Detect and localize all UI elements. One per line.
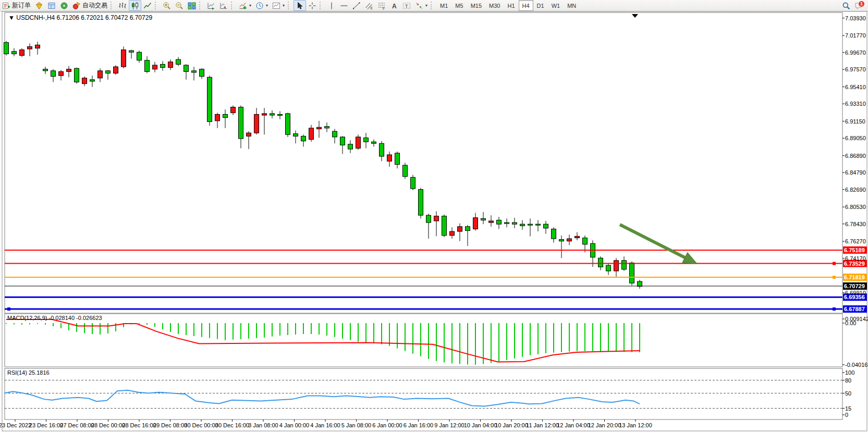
candle-body [239,107,243,139]
candle-body [380,143,384,156]
macd-pane[interactable] [5,314,842,367]
candle-body [544,224,548,228]
time-axis-label: 29 Dec 08:00 [153,422,187,428]
candle-body [630,263,634,283]
candle-body [317,127,322,129]
time-axis-label: 23 Dec 16:00 [29,422,63,428]
candle-body [536,224,541,225]
candle-body [598,258,603,267]
candle-body [606,265,611,271]
price-axis-label: 6.80530 [845,204,866,210]
rsi-axis-label: 80 [845,377,851,384]
time-axis-label: 6 Jan 00:00 [372,422,402,428]
candle-body [121,50,126,67]
candle-body [168,62,173,68]
candle-body [466,227,470,231]
price-axis-label: 6.97570 [845,66,866,72]
candle-body [575,236,580,238]
time-axis-label: 30 Dec 00:00 [184,422,218,428]
candle-body [270,114,275,115]
candle-body [231,107,236,113]
candle-body [184,65,189,71]
price-axis-label: 7.01770 [845,32,866,39]
macd-axis-label: 0.00 [845,320,856,326]
candle-body [114,67,118,73]
macd-label: MACD(12,26,9) -0.028140 -0.026623 [7,315,102,321]
candle-body [450,231,455,236]
price-badge-label: 6.75189 [844,247,865,253]
candle-body [262,114,267,115]
price-axis-label: 6.89050 [845,135,866,141]
candle-body [247,133,251,136]
candle-body [200,69,204,77]
line-handle[interactable] [7,307,10,311]
time-axis-label: 12 Jan 04:00 [557,422,590,428]
line-handle[interactable] [833,276,836,279]
candle-body [403,165,408,177]
candle-body [207,77,212,121]
time-axis-label: 3 Jan 08:00 [248,422,278,428]
time-axis-label: 10 Jan 04:00 [464,422,497,428]
time-axis-label: 11 Jan 12:00 [526,422,559,428]
price-axis-label: 6.69910 [845,290,866,296]
candle-body [90,80,95,81]
price-axis-label: 6.74170 [845,255,866,262]
candle-body [638,281,642,286]
candle-body [192,71,197,72]
candle-body [364,138,369,142]
candle-body [473,218,478,229]
candle-body [153,65,157,69]
price-badge-label: 6.71819 [844,274,865,280]
time-axis-label: 5 Jan 08:00 [341,422,372,428]
candle-body [505,223,509,224]
line-handle[interactable] [833,262,836,265]
candle-body [35,45,40,48]
price-axis-label: 6.93310 [845,101,866,107]
mt4-terminal: 新订单自动交易▾▾▾EFAT▾M1M5M15M30H1H4D1W1MN1 6.7… [0,0,868,432]
rsi-axis-label: 0 [845,412,848,418]
candle-body [442,216,447,236]
candle-body [426,215,431,223]
candle-body [137,52,142,60]
candle-body [28,46,32,49]
line-handle[interactable] [833,307,836,311]
candle-body [559,240,564,241]
time-axis-label: 4 Jan 16:00 [310,422,340,428]
macd-axis-label: -0.040162 [845,362,868,368]
candle-body [176,59,181,64]
main-price-pane[interactable] [5,13,842,313]
candle-body [458,227,462,231]
candle-body [395,153,400,165]
candle-body [552,229,556,239]
price-axis-label: 7.03930 [845,15,866,21]
candle-body [520,224,525,226]
rsi-axis-label: 50 [845,390,851,397]
time-axis-label: 27 Dec 08:00 [60,422,94,428]
candle-body [254,114,259,133]
candle-body [583,238,588,244]
price-badge-label: 6.70729 [844,283,865,289]
time-axis-label: 12 Jan 20:00 [588,422,621,428]
candle-body [215,114,220,120]
candle-body [333,131,337,137]
rsi-pane[interactable] [5,368,842,419]
candle-body [567,239,572,241]
candle-body [497,220,502,224]
candle-body [512,223,517,224]
candle-body [356,137,361,149]
price-axis-label: 6.82690 [845,187,866,193]
candle-body [340,137,345,145]
candle-body [98,71,103,78]
chart-window[interactable]: 6.751896.735296.718196.707296.693566.678… [0,0,868,432]
candle-body [4,43,9,54]
candle-body [348,144,353,149]
time-axis-label: 4 Jan 00:00 [279,422,310,428]
candle-body [106,71,111,73]
candle-body [301,136,306,141]
price-axis-label: 6.99670 [845,50,866,56]
candle-body [51,71,56,77]
time-axis-label: 23 Dec 2022 [0,422,31,428]
price-axis-label: 6.95410 [845,84,866,90]
time-axis-label: 28 Dec 16:00 [122,422,156,428]
price-axis-label: 6.86890 [845,153,866,159]
